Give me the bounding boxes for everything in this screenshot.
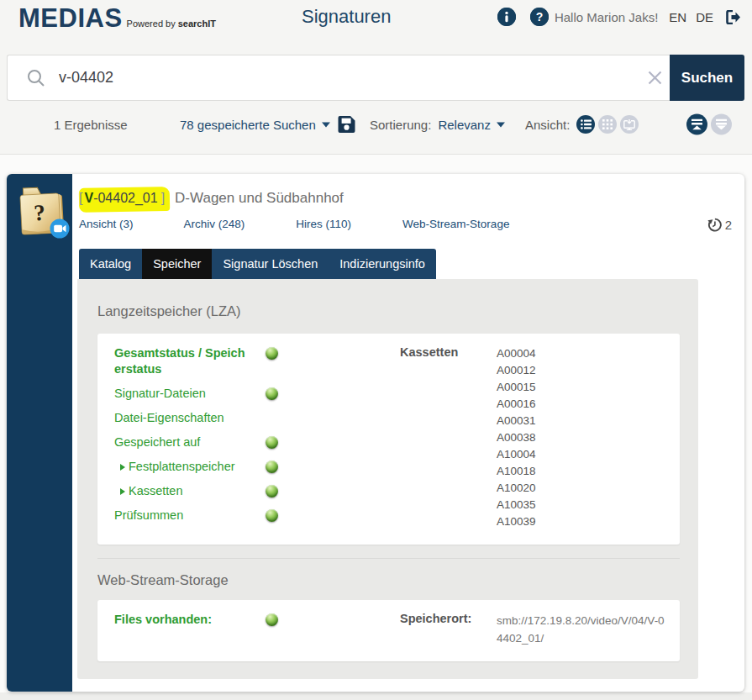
- search-bar: Suchen: [7, 55, 744, 101]
- signature-line: [V-04402_01] D-Wagen und Südbahnhof: [79, 190, 744, 207]
- tab-signatur-l-schen[interactable]: Signatur Löschen: [212, 249, 329, 279]
- header-actions: ? Hallo Marion Jaks! EN DE: [497, 8, 741, 26]
- search-input[interactable]: [59, 69, 644, 87]
- kassette-id: A10035: [497, 497, 536, 513]
- files-status-row: Files vorhanden:: [114, 612, 400, 628]
- tab-indizierungsinfo[interactable]: Indizierungsinfo: [329, 249, 436, 279]
- tab-katalog[interactable]: Katalog: [79, 249, 142, 279]
- status-ok-ball: [266, 347, 278, 360]
- status-row: Gesamtstatus / Speicherstatus: [114, 345, 400, 377]
- search-button[interactable]: Suchen: [670, 55, 744, 101]
- sort-value[interactable]: Relevanz: [438, 118, 491, 132]
- status-row-label: Signatur-Dateien: [114, 386, 261, 402]
- files-status: [261, 612, 281, 628]
- search-box: [7, 55, 670, 101]
- svg-text:?: ?: [33, 200, 45, 226]
- location-label: Speicherort:: [400, 612, 497, 647]
- files-label: Files vorhanden:: [114, 612, 261, 628]
- clear-search-icon[interactable]: [644, 67, 665, 88]
- wss-left: Files vorhanden:: [114, 612, 400, 647]
- panel-divider: [97, 558, 680, 559]
- kassette-id: A10020: [497, 480, 536, 497]
- storage-panel: Langzeitspeicher (LZA) Gesamtstatus / Sp…: [77, 279, 698, 679]
- status-cell: [261, 483, 281, 499]
- history-icon: [707, 218, 722, 232]
- status-ok-ball: [266, 461, 278, 473]
- status-row: Gespeichert auf: [114, 434, 400, 450]
- tab-speicher[interactable]: Speicher: [142, 249, 212, 279]
- status-cell: [261, 434, 281, 450]
- saved-searches-label: 78 gespeicherte Suchen: [180, 118, 316, 132]
- status-row: Datei-Eigenschaften: [114, 410, 400, 426]
- kassette-id: A00016: [497, 396, 536, 413]
- status-row-label: Gesamtstatus / Speicherstatus: [114, 345, 261, 377]
- status-rows: Gesamtstatus / SpeicherstatusSignatur-Da…: [114, 345, 400, 532]
- user-greeting: Hallo Marion Jaks!: [555, 10, 658, 24]
- status-row: Signatur-Dateien: [114, 386, 400, 402]
- results-toolbar: 1 Ergebnisse 78 gespeicherte Suchen Sort…: [0, 101, 752, 148]
- help-icon[interactable]: ?: [530, 8, 549, 26]
- status-ok-ball: [266, 436, 278, 449]
- view-label: Ansicht:: [525, 118, 570, 132]
- location-block: Speicherort: smb://172.19.8.20/video/V/0…: [400, 612, 667, 647]
- status-row-label[interactable]: Festplattenspeicher: [114, 459, 261, 475]
- expand-arrow-icon: [120, 464, 125, 471]
- results-count: 1 Ergebnisse: [54, 118, 128, 132]
- list-view-button[interactable]: [576, 115, 595, 134]
- status-row: Festplattenspeicher: [114, 459, 400, 475]
- kassette-id: A10018: [497, 463, 536, 480]
- lza-box: Gesamtstatus / SpeicherstatusSignatur-Da…: [97, 334, 680, 545]
- jump-buttons: [683, 114, 732, 135]
- result-link[interactable]: Hires (110): [296, 218, 351, 230]
- grid-view-button[interactable]: [598, 115, 617, 134]
- chevron-down-icon: [497, 122, 505, 127]
- logo-text: MEDIAS: [18, 3, 123, 34]
- status-cell: [261, 386, 281, 402]
- scroll-bottom-button[interactable]: [711, 114, 732, 135]
- result-card-main: [V-04402_01] D-Wagen und Südbahnhof Ansi…: [72, 174, 744, 692]
- wss-heading: Web-Stream-Storage: [97, 572, 680, 588]
- save-search-icon[interactable]: [338, 116, 355, 134]
- chevron-down-icon: [322, 122, 330, 127]
- view-switcher: Ansicht:: [525, 115, 639, 134]
- result-title: D-Wagen und Südbahnhof: [175, 190, 344, 207]
- result-link[interactable]: Ansicht (3): [79, 218, 134, 230]
- signature-term: V: [84, 191, 93, 205]
- signature-bracket-close: ]: [161, 191, 165, 205]
- expand-arrow-icon: [120, 488, 125, 495]
- status-ok-ball: [266, 509, 278, 522]
- detail-tabs: KatalogSpeicherSignatur LöschenIndizieru…: [79, 249, 436, 279]
- status-ok-ball: [266, 387, 278, 400]
- info-icon[interactable]: [497, 8, 516, 26]
- folder-video-icon[interactable]: ?: [18, 185, 70, 239]
- scroll-top-button[interactable]: [686, 114, 707, 135]
- sort-control: Sortierung: Relevanz: [370, 118, 505, 132]
- signature-highlight[interactable]: V-04402_01]: [82, 191, 166, 206]
- status-row-label: Prüfsummen: [114, 508, 261, 524]
- saved-searches[interactable]: 78 gespeicherte Suchen: [180, 116, 355, 134]
- result-link[interactable]: Web-Stream-Storage: [402, 218, 509, 230]
- result-link[interactable]: Archiv (248): [184, 218, 245, 230]
- history-control[interactable]: 2: [707, 218, 732, 232]
- signature-rest: -04402_01: [93, 191, 158, 205]
- wss-box: Files vorhanden: Speicherort: smb://172.…: [97, 600, 680, 661]
- kassette-id: A10004: [497, 446, 536, 463]
- status-row-label[interactable]: Kassetten: [114, 483, 261, 499]
- export-view-button[interactable]: [620, 115, 639, 134]
- status-cell: [261, 410, 281, 426]
- result-card: ? [V-04402_01] D-Wagen und Südbahnhof An…: [7, 174, 744, 692]
- lang-de[interactable]: DE: [696, 10, 713, 24]
- status-ok-ball: [266, 613, 278, 626]
- kassette-id: A00015: [497, 379, 536, 396]
- logout-icon[interactable]: [726, 10, 741, 24]
- app-header: MEDIAS Powered by searchIT Signaturen ? …: [0, 0, 752, 47]
- logo[interactable]: MEDIAS Powered by searchIT: [18, 3, 216, 34]
- svg-text:?: ?: [536, 10, 544, 24]
- lza-heading: Langzeitspeicher (LZA): [97, 303, 680, 319]
- status-row-label: Gespeichert auf: [114, 434, 261, 450]
- history-count: 2: [725, 218, 732, 232]
- lang-en[interactable]: EN: [669, 10, 686, 24]
- kassette-id: A10039: [497, 513, 536, 530]
- kassetten-values: A00004A00012A00015A00016A00031A00038A100…: [497, 345, 536, 532]
- kassette-id: A00012: [497, 362, 536, 379]
